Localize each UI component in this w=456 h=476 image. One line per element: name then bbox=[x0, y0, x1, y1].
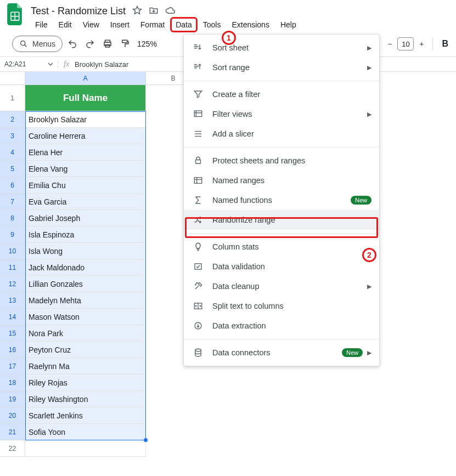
menu-edit[interactable]: Edit bbox=[54, 18, 76, 31]
zoom-level[interactable]: 125% bbox=[135, 39, 159, 48]
row-header[interactable]: 20 bbox=[0, 407, 25, 424]
data-cell[interactable]: Gabriel Joseph bbox=[25, 210, 146, 226]
row-header[interactable]: 4 bbox=[0, 144, 25, 161]
menu-help[interactable]: Help bbox=[276, 18, 301, 31]
menu-data[interactable]: Data bbox=[171, 18, 196, 31]
data-cell[interactable]: Mason Watson bbox=[25, 309, 146, 325]
data-cell[interactable]: Madelyn Mehta bbox=[25, 292, 146, 309]
row-header[interactable]: 11 bbox=[0, 259, 25, 276]
row-header[interactable]: 18 bbox=[0, 375, 25, 391]
menu-item-sort-sheet[interactable]: Sort sheet▶ bbox=[184, 38, 379, 58]
svg-rect-17 bbox=[195, 264, 201, 270]
column-header-A[interactable]: A bbox=[25, 72, 146, 85]
font-size-input[interactable]: 10 bbox=[397, 37, 414, 50]
svg-rect-9 bbox=[194, 111, 202, 117]
select-all-corner[interactable] bbox=[0, 72, 25, 85]
named-ranges-icon bbox=[193, 175, 204, 186]
menu-separator bbox=[184, 81, 379, 81]
row-header[interactable]: 7 bbox=[0, 194, 25, 210]
menu-item-filter-views[interactable]: Filter views▶ bbox=[184, 104, 379, 124]
row-header[interactable]: 21 bbox=[0, 424, 25, 440]
menu-view[interactable]: View bbox=[78, 18, 104, 31]
data-cell[interactable]: Emilia Chu bbox=[25, 177, 146, 194]
menu-item-create-a-filter[interactable]: Create a filter bbox=[184, 84, 379, 104]
row-header[interactable]: 8 bbox=[0, 210, 25, 226]
row-header[interactable]: 13 bbox=[0, 292, 25, 309]
row-header[interactable]: 2 bbox=[0, 111, 25, 128]
redo-button[interactable] bbox=[82, 36, 98, 52]
menu-item-data-connectors[interactable]: Data connectorsNew▶ bbox=[184, 343, 379, 362]
bold-button[interactable]: B bbox=[438, 39, 452, 49]
row-header[interactable]: 19 bbox=[0, 391, 25, 407]
menu-item-protect-sheets-and-ranges[interactable]: Protect sheets and ranges bbox=[184, 151, 379, 171]
row-header[interactable]: 22 bbox=[0, 440, 25, 457]
data-cell[interactable]: Sofia Yoon bbox=[25, 424, 146, 440]
name-box[interactable]: A2:A21 bbox=[0, 60, 58, 68]
menu-insert[interactable]: Insert bbox=[106, 18, 134, 31]
menu-item-data-validation[interactable]: Data validation bbox=[184, 257, 379, 276]
row-header[interactable]: 9 bbox=[0, 226, 25, 243]
data-cell[interactable]: Eva Garcia bbox=[25, 194, 146, 210]
data-cell[interactable] bbox=[25, 440, 146, 457]
data-cell[interactable]: Peyton Cruz bbox=[25, 342, 146, 358]
menu-item-label: Named ranges bbox=[212, 176, 264, 185]
data-cell[interactable]: Raelynn Ma bbox=[25, 358, 146, 375]
row-header[interactable]: 15 bbox=[0, 325, 25, 342]
menu-item-sort-range[interactable]: Sort range▶ bbox=[184, 58, 379, 77]
menu-item-data-cleanup[interactable]: Data cleanup▶ bbox=[184, 276, 379, 296]
menu-item-randomize-range[interactable]: Randomize range bbox=[184, 210, 379, 230]
menu-item-label: Randomize range bbox=[212, 216, 275, 224]
bulb-icon bbox=[193, 241, 204, 252]
menu-item-named-functions[interactable]: Named functionsNew bbox=[184, 190, 379, 210]
data-cell[interactable]: Elena Vang bbox=[25, 161, 146, 177]
data-cell[interactable]: Scarlett Jenkins bbox=[25, 407, 146, 424]
menu-item-label: Split text to columns bbox=[212, 302, 284, 310]
undo-button[interactable] bbox=[65, 36, 80, 52]
font-size-increase[interactable]: + bbox=[416, 38, 427, 49]
new-badge: New bbox=[342, 348, 363, 357]
row-header[interactable]: 1 bbox=[0, 85, 25, 111]
menu-item-named-ranges[interactable]: Named ranges bbox=[184, 171, 379, 190]
doc-title[interactable]: Test - Randomize List bbox=[31, 5, 126, 17]
row-header[interactable]: 3 bbox=[0, 128, 25, 144]
data-cell[interactable]: Riley Rojas bbox=[25, 375, 146, 391]
move-icon[interactable] bbox=[149, 5, 159, 17]
menu-item-split-text-to-columns[interactable]: Split text to columns bbox=[184, 296, 379, 316]
menu-separator bbox=[184, 147, 379, 148]
data-cell[interactable]: Lillian Gonzales bbox=[25, 276, 146, 292]
row-header[interactable]: 5 bbox=[0, 161, 25, 177]
print-button[interactable] bbox=[100, 36, 115, 52]
paint-format-button[interactable] bbox=[117, 36, 133, 52]
data-cell[interactable]: Riley Washington bbox=[25, 391, 146, 407]
data-cell[interactable]: Isla Espinoza bbox=[25, 226, 146, 243]
svg-point-18 bbox=[195, 284, 196, 285]
row-header[interactable]: 12 bbox=[0, 276, 25, 292]
row-header[interactable]: 6 bbox=[0, 177, 25, 194]
menus-search[interactable]: Menus bbox=[12, 36, 63, 52]
menu-item-column-stats[interactable]: Column stats bbox=[184, 237, 379, 257]
data-cell[interactable]: Elena Her bbox=[25, 144, 146, 161]
menu-extensions[interactable]: Extensions bbox=[227, 18, 273, 31]
svg-rect-13 bbox=[196, 160, 201, 164]
data-cell[interactable]: Jack Maldonado bbox=[25, 259, 146, 276]
data-cell[interactable]: Caroline Herrera bbox=[25, 128, 146, 144]
header-cell[interactable]: Full Name bbox=[25, 85, 146, 111]
menu-item-data-extraction[interactable]: Data extraction bbox=[184, 316, 379, 336]
menu-tools[interactable]: Tools bbox=[199, 18, 226, 31]
data-cell[interactable]: Isla Wong bbox=[25, 243, 146, 259]
row-header[interactable]: 14 bbox=[0, 309, 25, 325]
row-header[interactable]: 16 bbox=[0, 342, 25, 358]
cloud-icon[interactable] bbox=[165, 5, 175, 17]
font-size-decrease[interactable]: − bbox=[384, 38, 395, 49]
data-cell[interactable]: Brooklyn Salazar bbox=[25, 111, 146, 128]
menu-format[interactable]: Format bbox=[136, 18, 169, 31]
sort-range-icon bbox=[193, 62, 204, 73]
menu-item-add-a-slicer[interactable]: Add a slicer bbox=[184, 124, 379, 144]
formula-value[interactable]: Brooklyn Salazar bbox=[75, 60, 128, 69]
star-icon[interactable] bbox=[132, 5, 142, 17]
menu-file[interactable]: File bbox=[31, 18, 52, 31]
data-cell[interactable]: Nora Park bbox=[25, 325, 146, 342]
row-header[interactable]: 17 bbox=[0, 358, 25, 375]
menu-item-label: Named functions bbox=[212, 196, 272, 205]
row-header[interactable]: 10 bbox=[0, 243, 25, 259]
